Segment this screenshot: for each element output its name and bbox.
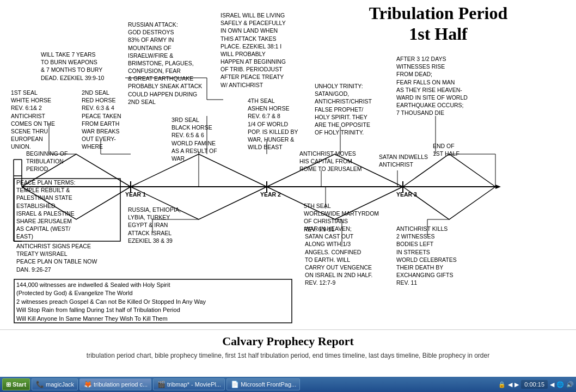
seal3-text: 3rd SealBlack HorseRev. 6:5 & 6World Fam… [171, 116, 231, 162]
burn-weapons-text: Will Take 7 YearsTo Burn Weapons& 7 Mont… [41, 51, 128, 82]
witnesses-rise-text: After 3 1/2 DaysWitnesses RiseFrom Dead;… [396, 55, 486, 117]
witnesses-144k-text: 144,000 witnesses are indwelled & Sealed… [16, 281, 294, 323]
tray-icon-4: ◀ [550, 381, 554, 388]
svg-marker-1 [495, 185, 501, 189]
main-content: Tribulation Period 1st Half [0, 0, 576, 328]
russia-attack-list-text: Russia, Ethiopia,Lybia, TurkeyEgypt & Ir… [128, 206, 199, 244]
year3-text: Year 3 [396, 191, 426, 198]
diagram-area: Will Take 7 YearsTo Burn Weapons& 7 Mont… [5, 7, 572, 328]
taskbar-item-frontpage[interactable]: 📄 Microsoft FrontPag... [226, 378, 300, 390]
taskbar: ⊞ Start 📞 magicJack 🦊 tribulation period… [0, 377, 576, 392]
tray-icon-2: ◀ [508, 381, 512, 388]
taskbar-item-firefox[interactable]: 🦊 tribulation period c... [79, 378, 151, 390]
beginning-trib-text: Beginning OfTribulationPeriod [26, 150, 81, 173]
taskbar-clock: 0:00:15 [521, 380, 548, 389]
firefox-icon: 🦊 [83, 380, 92, 389]
seal4-text: 4th SealAshen HorseRev. 6:7 & 81/4 of Wo… [248, 97, 313, 151]
bottom-section: Calvary Prophecy Report tribulation peri… [0, 329, 576, 364]
calvary-title: Calvary Prophecy Report [5, 334, 571, 348]
unholy-trinity-text: Unholy Trinity:Satan/God,Antichrist/Chri… [315, 82, 391, 136]
tray-icon-1: 🔒 [498, 381, 506, 388]
tags-line: tribulation period chart, bible prophecy… [5, 352, 571, 359]
war-in-heaven-text: War In Heaven;Satan Cast OutAlong With 1… [305, 225, 381, 286]
tray-icon-3: ▶ [514, 381, 519, 388]
peace-plan-text: Peace Plan Terms:Temple Rebuilt &Palesti… [16, 179, 120, 240]
satan-indwells-text: Satan IndwellsAntichrist [379, 153, 439, 168]
start-icon: ⊞ [6, 381, 11, 388]
magicjack-icon: 📞 [35, 380, 44, 389]
frontpage-icon: 📄 [230, 380, 239, 389]
movie-icon: 🎬 [157, 380, 166, 389]
taskbar-tray: 🔒 ◀ ▶ 0:00:15 ◀ 🌐 🔊 [498, 380, 574, 389]
israel-living-text: Israel Will Be LivingSafely & Peacefully… [220, 11, 310, 89]
seal2-text: 2nd SealRed HorseRev. 6:3 & 4Peace taken… [82, 89, 133, 150]
taskbar-item-movie[interactable]: 🎬 tribmap* - MoviePl... [153, 378, 225, 390]
year1-text: Year 1 [125, 191, 155, 198]
seal1-text: 1st SealWhite HorseRev. 6:1& 2Antichrist… [11, 89, 63, 150]
russian-attack-text: Russian Attack:God Destroys83% of Army I… [128, 21, 212, 106]
antichrist-moves-text: Antichrist MovesHis Capital FromRome To … [299, 150, 370, 173]
tray-icon-sound: 🔊 [566, 381, 574, 388]
antichrist-kills-text: Antichrist Kills2 WitnessesBodies LeftIn… [396, 225, 478, 286]
tray-icon-network: 🌐 [556, 381, 564, 388]
antichrist-signs-text: Antichrist Signs PeaceTreaty w/IsraelPea… [16, 242, 122, 273]
year2-text: Year 2 [260, 191, 290, 198]
end-1st-half-text: End Of1st Half [433, 142, 476, 157]
start-button[interactable]: ⊞ Start [2, 378, 30, 390]
taskbar-item-magicjack[interactable]: 📞 magicJack [32, 378, 78, 390]
